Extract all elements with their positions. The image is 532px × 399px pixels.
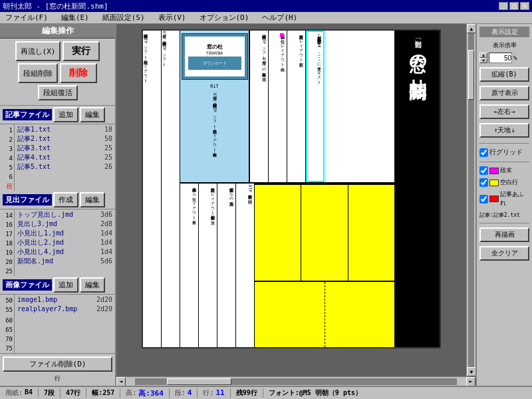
redraw-button[interactable]: 再描画 xyxy=(479,227,529,242)
scroll-left-button[interactable]: ◄ xyxy=(116,377,126,386)
line-numbers-image: 50 55 xyxy=(0,295,15,315)
zoom-up-button[interactable]: ▲ xyxy=(479,53,487,58)
zoom-input[interactable] xyxy=(489,53,512,63)
line-numbers-headline: 14 16 17 18 19 20 25 xyxy=(0,209,15,276)
list-item[interactable]: image1.bmp2d20 xyxy=(15,295,115,304)
menu-page-settings[interactable]: 紙面設定(S) xyxy=(100,13,148,23)
restore-row: 段組復活 xyxy=(3,85,112,100)
scroll-thumb-vertical[interactable] xyxy=(468,50,474,100)
menu-help[interactable]: ヘルプ(H) xyxy=(259,13,300,23)
list-item[interactable]: 小見出し4.jmd1d4 xyxy=(15,247,115,256)
image-files-section: 画像ファイル 追加 編集 50 55 image1.bmp2d20 realpl… xyxy=(0,276,115,315)
separator3 xyxy=(479,223,529,223)
news-text-col3: 段組設定とレイアウト配置 xyxy=(287,31,306,182)
menu-options[interactable]: オプション(O) xyxy=(197,13,252,23)
font-status: フォント:@MS 明朝（9 pts） xyxy=(269,388,367,398)
overflow-legend: 記事あふれ xyxy=(479,190,529,207)
scroll-up-button[interactable]: ▲ xyxy=(467,24,475,33)
list-item[interactable]: 記事5.txt26 xyxy=(15,162,115,171)
list-item[interactable]: 小見出し2.jmd1d4 xyxy=(15,237,115,247)
reflow-button[interactable]: 再流し(X) xyxy=(15,41,61,61)
menu-edit[interactable]: 編集(E) xyxy=(59,13,92,23)
news-bottom-col2: 段組設定とレイアウト自由配置の方法 xyxy=(199,184,217,347)
list-item[interactable]: realplayer7.bmp2d20 xyxy=(15,304,115,313)
news-bottom-col4: DTP作業手順の説明 xyxy=(236,184,255,347)
news-text-col4: 記事:記事2.txt ここに本文テキスト xyxy=(306,31,325,182)
news-col-left2: 窓付DTP・新聞作成のDTPソフト xyxy=(162,31,180,347)
newspaper-logo: 窓の杜 TOSHIBA ダウンロード xyxy=(182,33,248,80)
image-add-button[interactable]: 追加 xyxy=(53,277,78,293)
status-bar: 用紙: B4 7段 47行 幅:257 高: 高:364 段: 4 行: 11 … xyxy=(0,386,532,399)
edit-operations: 再流し(X) 実行 段組削除 削除 段組復活 xyxy=(0,39,115,106)
image-files-label: 画像ファイル xyxy=(3,279,52,291)
height-status: 高: 高:364 xyxy=(126,388,170,398)
horizontal-scrollbar[interactable]: ◄ ► xyxy=(116,376,475,386)
bottom-buttons: ファイル削除(D) 行 xyxy=(0,353,115,386)
headline-create-button[interactable]: 作成 xyxy=(53,192,78,207)
news-image-area: 窓の杜 TOSHIBA ダウンロード RiT 窓付DTP・新聞作成のDTPソフト… xyxy=(180,31,250,182)
news-text-col1: 新聞作成のDTPソフト窓付DTPの各機能を活用 xyxy=(250,31,269,182)
list-item[interactable]: 記事2.txt50 xyxy=(15,134,115,143)
news-title-section: 「朝刊太郎」 窓の杜新聞 xyxy=(394,31,440,347)
section-end-checkbox[interactable] xyxy=(479,166,488,175)
scroll-down-button[interactable]: ▼ xyxy=(467,367,475,376)
zoom-rate-label: 表示倍率 xyxy=(479,41,529,50)
scroll-track-vertical xyxy=(468,33,474,367)
vertical-scrollbar[interactable]: ▲ ▼ xyxy=(466,24,475,376)
maximize-button[interactable]: □ xyxy=(509,2,519,10)
overflow-checkbox[interactable] xyxy=(479,195,488,203)
left-panel: 編集操作 再流し(X) 実行 段組削除 削除 段組復活 記事ファイル 追加 編集 xyxy=(0,24,116,386)
empty-line-checkbox[interactable] xyxy=(479,178,488,187)
overflow-article-label: 記事:記事2.txt xyxy=(479,211,529,219)
line-numbers-article: 1 2 3 4 5 6 段 xyxy=(0,124,15,191)
image-file-list: image1.bmp2d20 realplayer7.bmp2d20 xyxy=(15,295,115,315)
delete-file-button[interactable]: ファイル削除(D) xyxy=(3,356,112,372)
section-status: 段: 4 xyxy=(175,388,198,398)
image-edit-button[interactable]: 編集 xyxy=(80,277,105,293)
main-container: 編集操作 再流し(X) 実行 段組削除 削除 段組復活 記事ファイル 追加 編集 xyxy=(0,24,532,386)
article-files-section: 記事ファイル 追加 編集 1 2 3 4 5 6 段 記事1.txt18 記事2… xyxy=(0,106,115,191)
headline-edit-button[interactable]: 編集 xyxy=(80,192,105,207)
paper-size-status: 用紙: B4 xyxy=(5,388,39,398)
list-item[interactable]: 記事3.txt25 xyxy=(15,143,115,152)
headline-files-section: 見出ファイル 作成 編集 14 16 17 18 19 20 25 トップ見出し… xyxy=(0,191,115,276)
reflow-row: 再流し(X) 実行 xyxy=(3,41,112,61)
article-add-button[interactable]: 追加 xyxy=(53,107,78,122)
headline-files-header: 見出ファイル 作成 編集 xyxy=(0,191,115,209)
zoom-spinner[interactable]: ▲ ▼ xyxy=(479,53,487,63)
article-file-list-area: 1 2 3 4 5 6 段 記事1.txt18 記事2.txt50 記事3.tx… xyxy=(0,124,115,191)
menu-file[interactable]: ファイル(F) xyxy=(3,13,51,23)
expand-button[interactable]: 拡縮(B) xyxy=(479,67,529,82)
image-file-list-area: 50 55 image1.bmp2d20 realplayer7.bmp2d20 xyxy=(0,295,115,315)
top-bottom-button[interactable]: ↑天地↓ xyxy=(479,123,529,138)
clear-all-button[interactable]: 全クリア xyxy=(479,246,529,261)
news-bottom-col1: 小見山・作成から流レイアウト・自事 xyxy=(180,184,199,347)
separator2 xyxy=(479,162,529,162)
list-item[interactable]: 新聞名.jmd5d6 xyxy=(15,256,115,265)
list-item[interactable]: 記事1.txt18 xyxy=(15,124,115,134)
article-file-list: 記事1.txt18 記事2.txt50 記事3.txt25 記事4.txt25 … xyxy=(15,124,115,191)
news-title: 窓の杜新聞 xyxy=(408,41,428,71)
headline-file-list: トップ見出し.jmd3d6 見出し3.jmd2d8 小見出し1.jmd1d4 小… xyxy=(15,209,115,276)
article-edit-button[interactable]: 編集 xyxy=(80,107,105,122)
title-text: 朝刊太郎 - [窓の杜新聞.shm] xyxy=(3,1,108,11)
list-item[interactable]: 小見出し1.jmd1d4 xyxy=(15,228,115,237)
delete-button[interactable]: 削除 xyxy=(60,63,97,83)
menu-view[interactable]: 表示(V) xyxy=(156,13,189,23)
list-item[interactable]: 見出し3.jmd2d8 xyxy=(15,219,115,228)
list-item[interactable]: 記事4.txt25 xyxy=(15,152,115,162)
left-right-button[interactable]: ←左右→ xyxy=(479,104,529,119)
minimize-button[interactable]: _ xyxy=(499,2,508,10)
zoom-control: ▲ ▼ % xyxy=(479,53,529,63)
restore-section-button[interactable]: 段組復活 xyxy=(38,85,78,100)
scroll-right-button[interactable]: ► xyxy=(466,377,475,386)
execute-button[interactable]: 実行 xyxy=(63,41,100,61)
zoom-down-button[interactable]: ▼ xyxy=(479,58,487,63)
delete-section-button[interactable]: 段組削除 xyxy=(18,63,58,83)
line-grid-checkbox[interactable] xyxy=(479,148,488,157)
scroll-thumb-horizontal[interactable] xyxy=(167,378,231,385)
preview-scroll[interactable]: 新聞作成のDTPソフト小見山・流レイアウト 窓付DTP・新聞作成のDTPソフト xyxy=(116,24,466,376)
original-size-button[interactable]: 原寸表示 xyxy=(479,86,529,100)
list-item[interactable]: トップ見出し.jmd3d6 xyxy=(15,209,115,219)
close-button[interactable]: × xyxy=(520,2,529,10)
